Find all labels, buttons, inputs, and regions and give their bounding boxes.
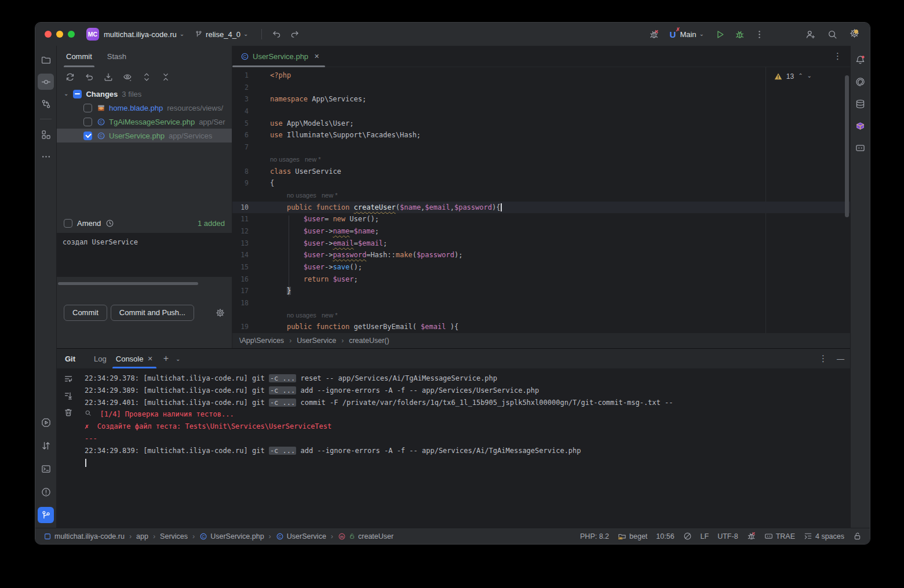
commit-toolbar	[57, 67, 232, 87]
tree-row-file[interactable]: CUserService.phpapp/Services	[57, 129, 232, 143]
console-output[interactable]: 22:34:29.378: [multichat.iliya-code.ru] …	[80, 368, 850, 528]
sidebar-item-chat-card[interactable]	[852, 140, 869, 156]
status-widget[interactable]	[747, 532, 756, 540]
eye-dropdown-icon[interactable]	[120, 70, 135, 84]
commit-settings-gear-icon[interactable]	[216, 308, 225, 317]
bug-disabled-icon[interactable]	[647, 27, 662, 42]
branch-selector[interactable]: relise_4_0 ⌄	[195, 30, 248, 39]
traffic-light-close[interactable]	[45, 31, 52, 38]
file-checkbox[interactable]	[83, 132, 92, 140]
tab-userservice[interactable]: C UserService.php ✕	[232, 46, 325, 67]
traffic-light-minimize[interactable]	[56, 31, 63, 38]
sidebar-item-structure[interactable]	[38, 126, 54, 143]
status-label: PHP: 8.2	[580, 532, 609, 540]
chevron-up-icon[interactable]: ⌃	[798, 70, 803, 82]
status-widget[interactable]	[853, 532, 862, 540]
add-tab-icon[interactable]: +	[163, 353, 169, 364]
tab-stash[interactable]: Stash	[107, 46, 126, 67]
search-icon[interactable]	[825, 27, 840, 42]
sidebar-item-notifications-bell[interactable]	[852, 52, 869, 68]
code-text: $user->name=$name;	[249, 225, 379, 238]
tree-row-file[interactable]: home.blade.phpresources/views/	[57, 101, 232, 115]
rollback-icon[interactable]	[82, 70, 97, 84]
status-widget[interactable]: 10:56	[656, 532, 674, 540]
code-line: 7	[232, 141, 850, 154]
tab-label: Console	[116, 355, 144, 363]
status-widget[interactable]: LF	[701, 532, 709, 540]
file-checkbox[interactable]	[83, 118, 92, 126]
clear-all-icon[interactable]	[64, 408, 73, 419]
kebab-icon[interactable]: ⋮	[833, 51, 842, 61]
soft-wrap-icon[interactable]	[64, 374, 73, 386]
run-config-selector[interactable]: U✗ Main ⌄	[670, 30, 704, 39]
editor-scrollbar[interactable]	[845, 75, 849, 217]
undo-icon[interactable]	[269, 27, 284, 42]
status-breadcrumb-item[interactable]: multichat.iliya-code.ru	[43, 532, 125, 540]
commit-and-push-button[interactable]: Commit and Push...	[111, 305, 194, 321]
breadcrumb-item[interactable]: \App\Services	[239, 337, 284, 345]
sidebar-item-terminal[interactable]	[38, 461, 54, 477]
sidebar-item-problems[interactable]	[38, 484, 54, 500]
debug-icon[interactable]	[732, 27, 747, 42]
status-widget[interactable]: TRAE	[764, 532, 795, 540]
kebab-icon[interactable]	[752, 27, 767, 42]
status-widget[interactable]: 4 spaces	[804, 532, 844, 540]
tab-console[interactable]: Console✕	[111, 349, 158, 368]
status-widget[interactable]: UTF-8	[717, 532, 738, 540]
sidebar-item-git-compare[interactable]	[38, 96, 54, 112]
status-breadcrumb-item[interactable]: CUserService	[276, 532, 326, 540]
shelve-icon[interactable]	[101, 70, 116, 84]
traffic-light-zoom[interactable]	[68, 31, 75, 38]
changes-checkbox[interactable]	[73, 90, 82, 98]
chevron-down-icon[interactable]: ⌄	[64, 90, 68, 97]
redo-icon[interactable]	[287, 27, 302, 42]
close-icon[interactable]: ✕	[314, 53, 319, 60]
sidebar-item-ai-assistant[interactable]	[852, 74, 869, 90]
tree-row-file[interactable]: CTgAiMessageService.phpapp/Ser	[57, 115, 232, 129]
kebab-icon[interactable]: ⋮	[819, 353, 828, 364]
hide-panel-icon[interactable]: —	[837, 355, 844, 363]
project-selector[interactable]: multichat.iliya-code.ru ⌄	[104, 30, 184, 39]
commit-message-input[interactable]: создал UserService	[57, 233, 232, 277]
expand-all-icon[interactable]	[139, 70, 154, 84]
status-breadcrumb-item[interactable]: mcreateUser	[338, 532, 393, 540]
inspections-widget[interactable]: 13 ⌃ ⌄	[774, 71, 812, 83]
amend-checkbox[interactable]	[64, 219, 72, 228]
chevron-down-icon[interactable]: ⌄	[176, 356, 180, 362]
code-editor[interactable]: 1<?php23namespace App\Services;45use App…	[232, 67, 850, 333]
console-line	[85, 457, 850, 469]
collapse-all-icon[interactable]	[158, 70, 173, 84]
status-breadcrumb-item[interactable]: Services	[160, 532, 188, 540]
settings-dot-icon[interactable]	[847, 27, 862, 42]
sidebar-item-package[interactable]	[852, 118, 869, 134]
sidebar-item-run-hexagon[interactable]	[38, 414, 54, 430]
close-icon[interactable]: ✕	[147, 355, 152, 363]
status-widget[interactable]: SFTPbeget	[618, 532, 647, 540]
status-widget[interactable]: PHP: 8.2	[580, 532, 609, 540]
sidebar-item-swap-arrows[interactable]	[38, 437, 54, 454]
run-icon[interactable]	[712, 27, 727, 42]
status-breadcrumb-item[interactable]: app	[136, 532, 148, 540]
sidebar-item-database[interactable]	[852, 96, 869, 112]
tree-row-changes[interactable]: ⌄Changes3 files	[57, 87, 232, 101]
sidebar-item-commit[interactable]	[38, 74, 54, 90]
refresh-icon[interactable]	[63, 70, 78, 84]
sidebar-item-more[interactable]	[38, 148, 54, 165]
history-clock-icon[interactable]	[105, 219, 114, 228]
breadcrumb-item[interactable]: createUser()	[349, 337, 389, 345]
commit-button[interactable]: Commit	[64, 305, 107, 321]
code-line: 17 }	[232, 285, 850, 297]
sidebar-item-git-branch[interactable]	[38, 507, 54, 523]
run-config-icon: U✗	[670, 30, 676, 39]
status-breadcrumb-item[interactable]: CUserService.php	[199, 532, 264, 540]
chevron-down-icon[interactable]: ⌄	[807, 70, 812, 82]
tab-commit[interactable]: Commit	[66, 46, 92, 67]
tab-log[interactable]: Log	[89, 349, 111, 368]
add-user-icon[interactable]	[803, 27, 818, 42]
sidebar-item-folder[interactable]	[38, 52, 54, 68]
scroll-to-end-icon[interactable]	[64, 391, 73, 403]
status-widget[interactable]	[683, 532, 692, 540]
file-checkbox[interactable]	[83, 104, 92, 112]
horizontal-scrollbar[interactable]	[58, 282, 198, 285]
breadcrumb-item[interactable]: UserService	[297, 337, 336, 345]
